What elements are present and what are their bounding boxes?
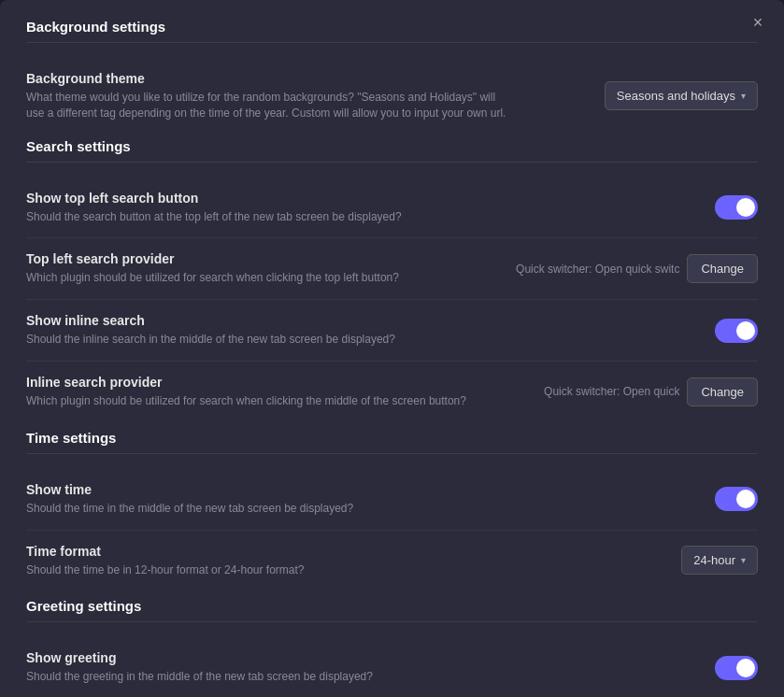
time-format-label: Time format	[26, 544, 512, 559]
toggle-track	[715, 319, 758, 343]
time-section-title: Time settings	[26, 430, 758, 454]
inline-search-provider-change-button[interactable]: Change	[687, 377, 758, 406]
show-greeting-label: Show greeting	[26, 650, 512, 665]
inline-search-provider-control: Quick switcher: Open quick Change	[544, 377, 758, 406]
show-inline-search-info: Show inline search Should the inline sea…	[26, 313, 512, 348]
background-theme-dropdown[interactable]: Seasons and holidays ▾	[605, 81, 758, 110]
time-format-dropdown-value: 24-hour	[693, 553, 735, 567]
toggle-thumb	[736, 321, 755, 340]
toggle-track	[715, 487, 758, 511]
time-format-info: Time format Should the time be in 12-hou…	[26, 544, 512, 578]
time-format-desc: Should the time be in 12-hour format or …	[26, 562, 512, 578]
show-greeting-info: Show greeting Should the greeting in the…	[26, 650, 512, 685]
time-format-dropdown-arrow: ▾	[741, 555, 746, 565]
show-inline-search-toggle[interactable]	[715, 319, 758, 343]
show-time-toggle[interactable]	[715, 487, 758, 511]
show-inline-search-row: Show inline search Should the inline sea…	[26, 300, 758, 362]
show-top-left-search-desc: Should the search button at the top left…	[26, 209, 512, 225]
toggle-thumb	[736, 198, 755, 217]
top-left-provider-text: Quick switcher: Open quick switc	[516, 263, 679, 276]
background-section-title: Background settings	[26, 19, 758, 43]
top-left-provider-control: Quick switcher: Open quick switc Change	[516, 254, 758, 283]
show-greeting-row: Show greeting Should the greeting in the…	[26, 637, 758, 697]
toggle-thumb	[736, 490, 755, 508]
show-inline-search-label: Show inline search	[26, 313, 512, 328]
settings-modal: × Background settings Background theme W…	[0, 0, 784, 697]
toggle-track	[715, 656, 758, 680]
inline-search-provider-text: Quick switcher: Open quick	[544, 385, 679, 398]
show-top-left-search-row: Show top left search button Should the s…	[26, 178, 758, 239]
toggle-track	[715, 195, 758, 220]
background-theme-row: Background theme What theme would you li…	[26, 58, 758, 135]
show-greeting-control	[715, 656, 758, 680]
inline-search-provider-label: Inline search provider	[26, 375, 512, 390]
background-theme-info: Background theme What theme would you li…	[26, 71, 512, 121]
top-left-provider-change-button[interactable]: Change	[687, 254, 758, 283]
show-top-left-search-control	[715, 195, 758, 220]
show-top-left-search-info: Show top left search button Should the s…	[26, 191, 512, 225]
show-time-control	[715, 487, 758, 511]
toggle-thumb	[736, 659, 755, 677]
top-left-provider-label: Top left search provider	[26, 251, 512, 266]
greeting-section-title: Greeting settings	[26, 598, 758, 622]
top-left-provider-info: Top left search provider Which plugin sh…	[26, 251, 512, 286]
search-section-title: Search settings	[26, 138, 758, 163]
show-greeting-desc: Should the greeting in the middle of the…	[26, 669, 512, 685]
show-inline-search-control	[715, 319, 758, 343]
show-top-left-search-label: Show top left search button	[26, 191, 512, 206]
time-format-row: Time format Should the time be in 12-hou…	[26, 531, 758, 591]
background-theme-dropdown-arrow: ▾	[741, 91, 746, 101]
show-top-left-search-toggle[interactable]	[715, 195, 758, 220]
top-left-provider-desc: Which plugin should be utilized for sear…	[26, 270, 512, 286]
close-button[interactable]: ×	[747, 11, 769, 34]
background-theme-dropdown-value: Seasons and holidays	[617, 89, 735, 103]
inline-search-provider-info: Inline search provider Which plugin shou…	[26, 375, 512, 409]
time-format-control: 24-hour ▾	[681, 546, 758, 575]
inline-search-provider-row: Inline search provider Which plugin shou…	[26, 362, 758, 422]
show-greeting-toggle[interactable]	[715, 656, 758, 680]
show-time-row: Show time Should the time in the middle …	[26, 469, 758, 531]
background-theme-desc: What theme would you like to utilize for…	[26, 90, 512, 121]
show-time-info: Show time Should the time in the middle …	[26, 482, 512, 517]
show-time-desc: Should the time in the middle of the new…	[26, 501, 512, 517]
inline-search-provider-desc: Which plugin should be utilized for sear…	[26, 393, 512, 409]
background-theme-control: Seasons and holidays ▾	[605, 81, 758, 110]
background-theme-label: Background theme	[26, 71, 512, 86]
show-inline-search-desc: Should the inline search in the middle o…	[26, 332, 512, 348]
show-time-label: Show time	[26, 482, 512, 497]
top-left-provider-row: Top left search provider Which plugin sh…	[26, 238, 758, 300]
time-format-dropdown[interactable]: 24-hour ▾	[681, 546, 758, 575]
